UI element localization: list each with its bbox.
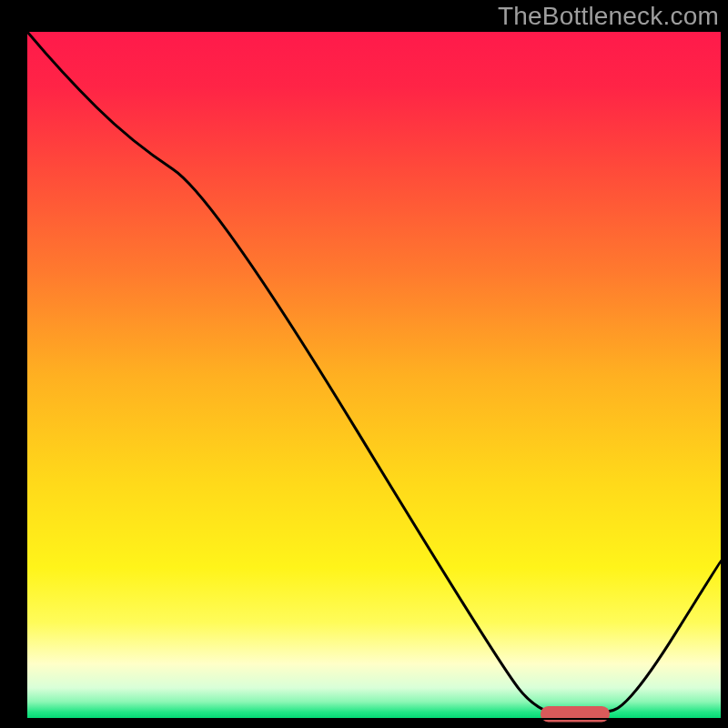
plot-background bbox=[27, 32, 721, 719]
watermark-text: TheBottleneck.com bbox=[498, 2, 719, 31]
bottleneck-chart bbox=[0, 0, 728, 728]
chart-container: { "watermark": "TheBottleneck.com", "cha… bbox=[0, 0, 728, 728]
